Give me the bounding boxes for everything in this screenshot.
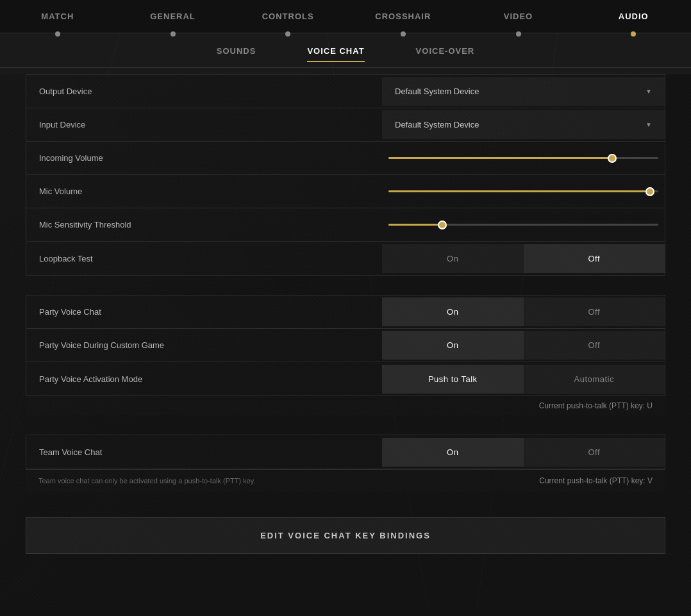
loopback-test-toggle: On Off	[382, 244, 665, 273]
main-content: Output Device Default System Device ▼ In…	[0, 74, 691, 616]
nav-video[interactable]: VIDEO	[461, 0, 576, 33]
edit-key-bindings-button[interactable]: EDIT VOICE CHAT KEY BINDINGS	[26, 517, 665, 554]
push-to-talk-button[interactable]: Push to Talk	[382, 365, 524, 394]
team-voice-on-button[interactable]: On	[382, 438, 524, 467]
nav-crosshair[interactable]: CROSSHAIR	[346, 0, 461, 33]
party-voice-custom-control: On Off	[382, 331, 665, 360]
nav-controls[interactable]: CONTROLS	[230, 0, 346, 33]
team-voice-chat-toggle: On Off	[382, 438, 665, 467]
mic-sensitivity-control[interactable]	[382, 224, 665, 226]
dropdown-arrow-icon-2: ▼	[645, 121, 652, 128]
mic-sensitivity-slider[interactable]	[382, 224, 665, 226]
party-custom-on-button[interactable]: On	[382, 331, 524, 360]
party-voice-custom-row: Party Voice During Custom Game On Off	[26, 329, 665, 362]
output-device-dropdown[interactable]: Default System Device ▼	[382, 77, 665, 106]
incoming-volume-control[interactable]	[382, 157, 665, 159]
subnav-voice-over[interactable]: VOICE-OVER	[416, 46, 475, 61]
output-device-control: Default System Device ▼	[382, 77, 665, 106]
party-voice-chat-label: Party Voice Chat	[26, 307, 382, 317]
input-device-row: Input Device Default System Device ▼	[26, 108, 665, 142]
mic-volume-thumb[interactable]	[645, 187, 654, 196]
incoming-volume-row: Incoming Volume	[26, 142, 665, 175]
party-voice-settings-group: Party Voice Chat On Off Party Voice Duri…	[26, 295, 665, 396]
party-activation-label: Party Voice Activation Mode	[26, 374, 382, 384]
input-device-label: Input Device	[26, 120, 382, 129]
party-voice-custom-toggle: On Off	[382, 331, 665, 360]
party-ptt-key-text: Current push-to-talk (PTT) key: U	[539, 401, 653, 410]
party-ptt-key-row: Current push-to-talk (PTT) key: U	[26, 396, 665, 415]
team-info-row: Team voice chat can only be activated us…	[26, 469, 665, 492]
mic-volume-row: Mic Volume	[26, 175, 665, 208]
party-voice-custom-label: Party Voice During Custom Game	[26, 340, 382, 350]
automatic-button[interactable]: Automatic	[524, 365, 665, 394]
device-settings-group: Output Device Default System Device ▼ In…	[26, 74, 665, 276]
mic-volume-slider[interactable]	[382, 190, 665, 192]
mic-sensitivity-label: Mic Sensitivity Threshold	[26, 220, 382, 229]
mic-volume-control[interactable]	[382, 190, 665, 192]
party-voice-chat-control: On Off	[382, 297, 665, 326]
top-navigation: MATCH GENERAL CONTROLS CROSSHAIR VIDEO A…	[0, 0, 691, 33]
mic-volume-label: Mic Volume	[26, 187, 382, 196]
team-voice-off-button[interactable]: Off	[524, 438, 665, 467]
team-voice-chat-label: Team Voice Chat	[26, 447, 382, 457]
party-custom-off-button[interactable]: Off	[524, 331, 665, 360]
dropdown-arrow-icon: ▼	[645, 88, 652, 95]
team-voice-settings-group: Team Voice Chat On Off	[26, 435, 665, 469]
subnav-voice-chat[interactable]: VOICE CHAT	[307, 46, 364, 61]
party-voice-chat-row: Party Voice Chat On Off	[26, 296, 665, 329]
loopback-test-control: On Off	[382, 244, 665, 273]
team-info-text: Team voice chat can only be activated us…	[38, 477, 394, 485]
incoming-volume-slider[interactable]	[382, 157, 665, 159]
team-voice-chat-row: Team Voice Chat On Off	[26, 435, 665, 469]
incoming-volume-thumb[interactable]	[608, 154, 617, 163]
party-voice-off-button[interactable]: Off	[524, 297, 665, 326]
team-ptt-key-text: Current push-to-talk (PTT) key: V	[394, 476, 653, 485]
nav-general[interactable]: GENERAL	[115, 0, 231, 33]
sub-navigation: SOUNDS VOICE CHAT VOICE-OVER	[0, 33, 691, 68]
loopback-off-button[interactable]: Off	[524, 244, 665, 273]
input-device-control: Default System Device ▼	[382, 110, 665, 139]
loopback-on-button[interactable]: On	[382, 244, 524, 273]
loopback-test-label: Loopback Test	[26, 254, 382, 263]
output-device-label: Output Device	[26, 87, 382, 96]
team-voice-chat-control: On Off	[382, 438, 665, 467]
output-device-row: Output Device Default System Device ▼	[26, 75, 665, 108]
incoming-volume-label: Incoming Volume	[26, 153, 382, 163]
party-voice-chat-toggle: On Off	[382, 297, 665, 326]
party-activation-toggle: Push to Talk Automatic	[382, 365, 665, 394]
party-activation-control: Push to Talk Automatic	[382, 365, 665, 394]
mic-sensitivity-row: Mic Sensitivity Threshold	[26, 208, 665, 242]
party-activation-mode-row: Party Voice Activation Mode Push to Talk…	[26, 362, 665, 395]
nav-audio[interactable]: AUDIO	[576, 0, 691, 33]
loopback-test-row: Loopback Test On Off	[26, 242, 665, 275]
nav-match[interactable]: MATCH	[0, 0, 115, 33]
input-device-dropdown[interactable]: Default System Device ▼	[382, 110, 665, 139]
party-voice-on-button[interactable]: On	[382, 297, 524, 326]
subnav-sounds[interactable]: SOUNDS	[217, 46, 256, 61]
mic-sensitivity-thumb[interactable]	[438, 221, 447, 229]
